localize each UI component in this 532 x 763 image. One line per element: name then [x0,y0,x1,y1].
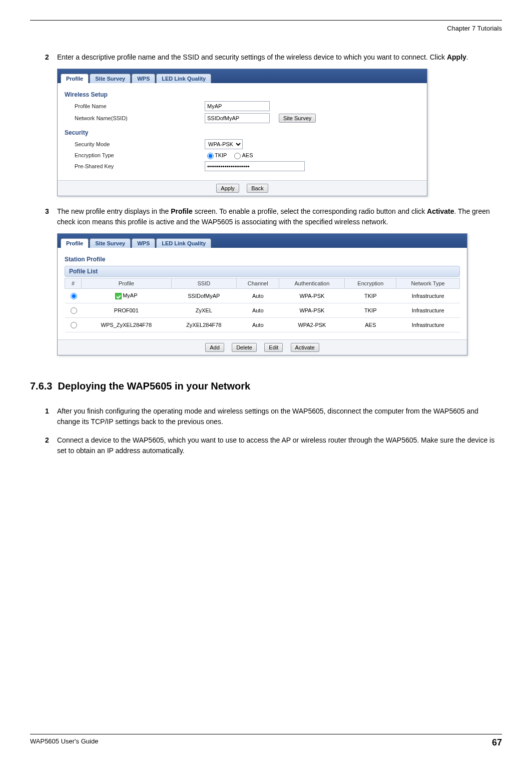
group-wireless-setup: Wireless Setup [65,91,420,98]
cell-profile: PROF001 [82,303,172,318]
col-radio: # [65,278,82,289]
cell-channel: Auto [236,303,279,318]
cell-enc: TKIP [345,303,396,318]
label-profile-name: Profile Name [75,103,205,109]
step-number: 1 [45,406,57,427]
tab-profile[interactable]: Profile [61,74,89,83]
col-profile: Profile [82,278,172,289]
cell-ssid: SSIDofMyAP [171,289,236,303]
cell-ntype: Infrastructure [396,289,460,303]
label-psk: Pre-Shared Key [75,163,205,169]
ssid-input[interactable] [205,113,270,123]
radio-aes[interactable]: AES [232,151,253,159]
label-encryption-type: Encryption Type [75,152,205,158]
wireless-setup-panel: Profile Site Survey WPS LED Link Quality… [57,69,427,196]
table-row: PROF001ZyXELAutoWPA-PSKTKIPInfrastructur… [65,303,460,318]
delete-button[interactable]: Delete [232,343,257,352]
edit-button[interactable]: Edit [264,343,283,352]
profile-name-input[interactable] [205,101,270,111]
group-security: Security [65,129,420,136]
cell-profile: WPS_ZyXEL284F78 [82,318,172,332]
psk-input[interactable] [205,161,305,171]
panel-footer: Add Delete Edit Activate [58,339,467,355]
profile-select-radio[interactable] [71,307,77,314]
footer-guide: WAP5605 User's Guide [30,737,98,748]
apply-button[interactable]: Apply [216,184,239,193]
label-security-mode: Security Mode [75,141,205,147]
cell-ssid: ZyXEL284F78 [171,318,236,332]
step-text: Connect a device to the WAP5605, which y… [57,435,502,456]
add-button[interactable]: Add [205,343,224,352]
station-profile-panel: Profile Site Survey WPS LED Link Quality… [57,233,467,355]
cell-enc: TKIP [345,289,396,303]
cell-channel: Auto [236,318,279,332]
page-number: 67 [492,737,502,748]
chapter-header: Chapter 7 Tutorials [30,25,502,32]
tab-site-survey[interactable]: Site Survey [90,74,131,83]
section-heading: 7.6.3 Deploying the WAP5605 in your Netw… [30,380,502,392]
step-text: The new profile entry displays in the Pr… [57,206,502,227]
active-check-icon [115,293,122,299]
step-b2: 2 Connect a device to the WAP5605, which… [45,435,502,456]
step-3: 3 The new profile entry displays in the … [45,206,502,227]
profile-table: # Profile SSID Channel Authentication En… [65,278,460,332]
profile-list-header: Pofile List [65,266,460,277]
table-row: WPS_ZyXEL284F78ZyXEL284F78AutoWPA2-PSKAE… [65,318,460,332]
cell-enc: AES [345,318,396,332]
step-text: After you finish configuring the operati… [57,406,502,427]
panel-footer: Apply Back [58,180,427,196]
col-ntype: Network Type [396,278,460,289]
cell-ntype: Infrastructure [396,303,460,318]
cell-auth: WPA2-PSK [279,318,345,332]
group-station-profile: Station Profile [65,256,460,263]
tab-led-link-quality[interactable]: LED Link Quality [156,238,211,248]
cell-profile: MyAP [82,289,172,303]
tab-led-link-quality[interactable]: LED Link Quality [156,74,211,83]
step-number: 3 [45,206,57,227]
label-ssid: Network Name(SSID) [75,115,205,121]
profile-select-radio[interactable] [71,293,77,299]
col-ssid: SSID [171,278,236,289]
tab-bar: Profile Site Survey WPS LED Link Quality [58,234,467,248]
tab-site-survey[interactable]: Site Survey [90,238,131,248]
step-b1: 1 After you finish configuring the opera… [45,406,502,427]
back-button[interactable]: Back [247,184,268,193]
cell-channel: Auto [236,289,279,303]
cell-ntype: Infrastructure [396,318,460,332]
table-row: MyAPSSIDofMyAPAutoWPA-PSKTKIPInfrastruct… [65,289,460,303]
step-number: 2 [45,435,57,456]
cell-auth: WPA-PSK [279,303,345,318]
activate-button[interactable]: Activate [291,343,319,352]
tab-wps[interactable]: WPS [132,74,155,83]
step-text: Enter a descriptive profile name and the… [57,52,502,63]
cell-ssid: ZyXEL [171,303,236,318]
step-2: 2 Enter a descriptive profile name and t… [45,52,502,63]
security-mode-select[interactable]: WPA-PSK [205,139,243,149]
col-enc: Encryption [345,278,396,289]
page-footer: WAP5605 User's Guide 67 [30,734,502,748]
cell-auth: WPA-PSK [279,289,345,303]
col-channel: Channel [236,278,279,289]
tab-bar: Profile Site Survey WPS LED Link Quality [58,69,427,83]
tab-profile[interactable]: Profile [61,238,89,248]
step-number: 2 [45,52,57,63]
tab-wps[interactable]: WPS [132,238,155,248]
radio-tkip[interactable]: TKIP [205,151,227,159]
profile-select-radio[interactable] [71,322,77,328]
site-survey-button[interactable]: Site Survey [279,114,316,123]
col-auth: Authentication [279,278,345,289]
